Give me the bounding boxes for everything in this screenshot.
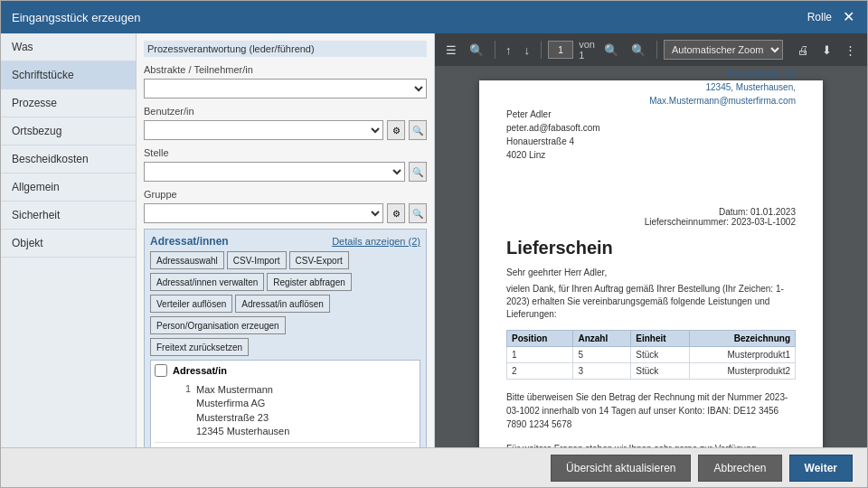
pdf-next-btn[interactable]: ↓: [521, 42, 534, 59]
recipient-city: 12345, Musterhausen,: [705, 82, 796, 92]
stelle-label: Stelle: [144, 145, 427, 160]
benutzer-select[interactable]: [144, 120, 383, 140]
btn-adressat-aufloesen[interactable]: Adressat/in auflösen: [235, 295, 330, 313]
stelle-select[interactable]: [144, 162, 405, 182]
adressat-details-link[interactable]: Details anzeigen (2): [332, 236, 420, 247]
sidebar: Was Schriftstücke Prozesse Ortsbezug Bes…: [1, 33, 137, 447]
table-cell: 1: [507, 347, 573, 363]
adressat-btn-row-1: Adressauswahl CSV-Import CSV-Export: [150, 251, 420, 269]
btn-csv-import[interactable]: CSV-Import: [227, 251, 287, 269]
sidebar-item-bescheidkosten[interactable]: Bescheidkosten: [1, 145, 136, 174]
adressat-entry-1: 1 Max MustermannMusterfirma AGMusterstra…: [155, 380, 416, 443]
pdf-table-header-einheit: Einheit: [631, 331, 690, 347]
sidebar-item-sicherheit[interactable]: Sicherheit: [1, 202, 136, 230]
adressat-btn-row-3: Verteiler auflösen Adressat/in auflösen: [150, 295, 420, 313]
pdf-page-total: von 1: [579, 39, 595, 61]
adressat-list-header-label: Adressat/in: [173, 365, 416, 376]
gruppe-field-row: ⚙ 🔍: [144, 203, 427, 223]
btn-freitext[interactable]: Freitext zurücksetzen: [150, 338, 249, 356]
pdf-preview: ☰ 🔍 ↑ ↓ von 1 🔍 🔍 Automatischer Zoom 🖨 ⬇…: [435, 33, 867, 447]
pdf-footer-text-1: Bitte überweisen Sie den Betrag der Rech…: [506, 390, 796, 431]
gruppe-search-btn[interactable]: 🔍: [409, 203, 427, 223]
adressat-title: Adressat/innen: [150, 235, 229, 248]
recipient-email: Max.Mustermann@musterfirma.com: [649, 96, 796, 106]
sender-name: Peter Adler: [506, 109, 551, 119]
pdf-download-btn[interactable]: ⬇: [818, 42, 835, 59]
adressat-info-1: Max MustermannMusterfirma AGMusterstraße…: [196, 383, 416, 439]
btn-register[interactable]: Register abfragen: [267, 273, 352, 291]
adressat-header: Adressat/innen Details anzeigen (2): [150, 235, 420, 248]
pdf-print-btn[interactable]: 🖨: [794, 42, 813, 59]
role-label: Rolle: [807, 11, 832, 23]
pdf-date: Datum: 01.01.2023: [506, 207, 796, 217]
adressat-btn-row-4: Person/Organisation erzeugen: [150, 316, 420, 334]
pdf-sender-address: Peter Adler peter.ad@fabasoft.com Honaue…: [506, 108, 796, 162]
benutzer-zoom-btn[interactable]: 🔍: [409, 120, 427, 140]
btn-adressauswahl[interactable]: Adressauswahl: [150, 251, 224, 269]
pdf-lieferschein-num: Lieferscheinnummer: 2023-03-L-1002: [506, 217, 796, 227]
abstrakte-row: Abstrakte / Teilnehmer/in: [144, 62, 427, 99]
gruppe-row: Gruppe ⚙ 🔍: [144, 187, 427, 223]
table-cell: Musterprodukt2: [689, 363, 795, 380]
benutzer-field-row: ⚙ 🔍: [144, 120, 427, 140]
pdf-page: Musterfirma AG Musterstraße, 23 12345, M…: [479, 80, 823, 447]
pdf-zoom-out-btn[interactable]: 🔍: [600, 42, 622, 59]
prozess-label: Prozessverantwortung (leder/führend): [144, 41, 427, 57]
gruppe-select[interactable]: [144, 203, 383, 223]
gruppe-settings-btn[interactable]: ⚙: [387, 203, 405, 223]
pdf-sidebar-toggle[interactable]: ☰: [442, 42, 460, 59]
btn-update[interactable]: Übersicht aktualisieren: [551, 455, 691, 482]
pdf-table-header-anzahl: Anzahl: [573, 331, 631, 347]
sidebar-item-ortsbezug[interactable]: Ortsbezug: [1, 117, 136, 145]
btn-cancel[interactable]: Abbrechen: [698, 455, 781, 482]
pdf-recipient-address: Musterfirma AG Musterstraße, 23 12345, M…: [649, 66, 796, 108]
modal-title: Eingangsstück erzeugen: [12, 11, 140, 24]
sender-city: 4020 Linz: [506, 150, 545, 160]
pdf-prev-btn[interactable]: ↑: [502, 42, 515, 59]
stelle-search-btn[interactable]: 🔍: [409, 162, 427, 182]
table-row: 1 5 Stück Musterprodukt1: [507, 347, 796, 363]
benutzer-search-btn[interactable]: ⚙: [387, 120, 405, 140]
close-button[interactable]: ✕: [841, 10, 856, 24]
btn-csv-export[interactable]: CSV-Export: [289, 251, 349, 269]
table-cell: Musterprodukt1: [689, 347, 795, 363]
btn-next[interactable]: Weiter: [789, 455, 853, 482]
sidebar-item-prozesse[interactable]: Prozesse: [1, 89, 136, 117]
pdf-menu-btn[interactable]: ⋮: [841, 42, 860, 59]
sidebar-item-objekt[interactable]: Objekt: [1, 230, 136, 258]
adressat-list-header: Adressat/in: [155, 364, 416, 377]
btn-person-org[interactable]: Person/Organisation erzeugen: [150, 316, 286, 334]
btn-verteiler-aufloesen[interactable]: Verteiler auflösen: [150, 295, 232, 313]
table-row: 2 3 Stück Musterprodukt2: [507, 363, 796, 380]
btn-verwalten[interactable]: Adressat/innen verwalten: [150, 273, 264, 291]
table-cell: 3: [573, 363, 631, 380]
pdf-page-input[interactable]: [548, 41, 573, 59]
abstrakte-field-row: [144, 79, 427, 99]
adressat-num-1: 1: [178, 383, 191, 439]
adressat-btn-row-2: Adressat/innen verwalten Register abfrag…: [150, 273, 420, 291]
sidebar-item-allgemein[interactable]: Allgemein: [1, 174, 136, 202]
adressat-box: Adressat/innen Details anzeigen (2) Adre…: [144, 229, 427, 447]
sidebar-item-schriftstuecke[interactable]: Schriftstücke: [1, 61, 136, 89]
sender-email: peter.ad@fabasoft.com: [506, 123, 600, 133]
pdf-table-header-bezeichnung: Bezeichnung: [689, 331, 795, 347]
adressat-select-all[interactable]: [155, 364, 167, 377]
pdf-toolbar: ☰ 🔍 ↑ ↓ von 1 🔍 🔍 Automatischer Zoom 🖨 ⬇…: [435, 33, 867, 66]
abstrakte-label: Abstrakte / Teilnehmer/in: [144, 62, 427, 77]
modal-container: Eingangsstück erzeugen Rolle ✕ Was Schri…: [0, 0, 868, 488]
abstrakte-select[interactable]: [144, 79, 427, 99]
pdf-greeting: Sehr geehrter Herr Adler,: [506, 267, 796, 277]
pdf-zoom-select[interactable]: Automatischer Zoom: [664, 40, 783, 60]
pdf-table: Position Anzahl Einheit Bezeichnung 1 5 …: [506, 330, 796, 380]
table-cell: Stück: [631, 363, 690, 380]
table-cell: 2: [507, 363, 573, 380]
modal-footer: Übersicht aktualisieren Abbrechen Weiter: [1, 447, 867, 487]
stelle-row: Stelle 🔍: [144, 145, 427, 182]
sidebar-item-was[interactable]: Was: [1, 33, 136, 61]
pdf-meta: Datum: 01.01.2023 Lieferscheinnummer: 20…: [506, 207, 796, 227]
pdf-search-btn[interactable]: 🔍: [466, 42, 487, 59]
pdf-zoom-in-btn[interactable]: 🔍: [627, 42, 649, 59]
adressat-list: Adressat/in 1 Max MustermannMusterfirma …: [150, 360, 420, 447]
table-cell: Stück: [631, 347, 690, 363]
pdf-body-text: vielen Dank, für Ihren Auftrag gemäß Ihr…: [506, 283, 796, 321]
